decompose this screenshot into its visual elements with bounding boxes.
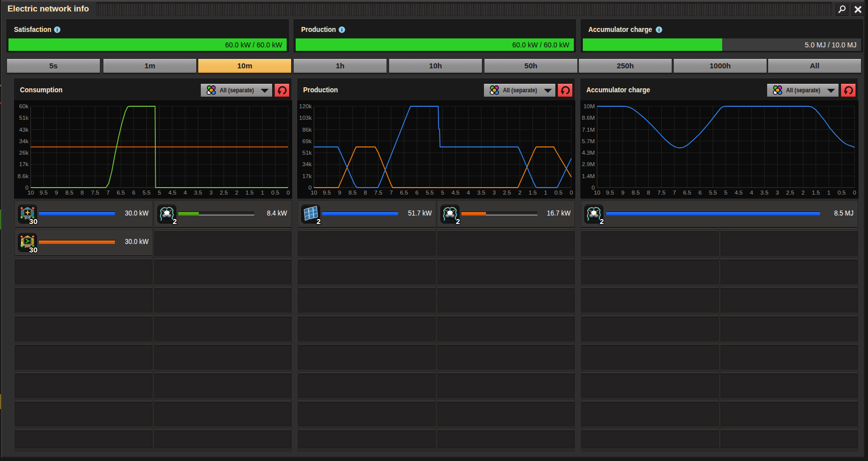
svg-text:30: 30 [29,245,37,254]
svg-text:30: 30 [29,217,37,226]
svg-text:2: 2 [600,217,604,226]
svg-text:2: 2 [173,217,177,226]
svg-text:2: 2 [456,217,460,226]
svg-text:2: 2 [317,217,321,226]
